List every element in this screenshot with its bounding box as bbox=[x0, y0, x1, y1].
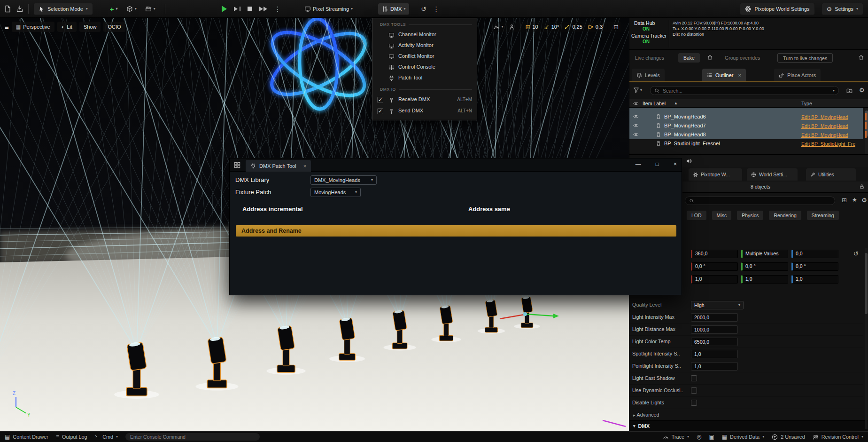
console-command-input[interactable] bbox=[125, 433, 260, 441]
new-folder-icon[interactable] bbox=[846, 87, 852, 94]
save-icon[interactable] bbox=[4, 5, 11, 13]
address-incremental-button[interactable]: Address incremental bbox=[242, 205, 303, 213]
outliner-settings-gear-icon[interactable]: ⚙ bbox=[859, 87, 865, 93]
tab-misc[interactable]: Misc bbox=[712, 211, 732, 220]
content-drawer-button[interactable]: ▤ Content Drawer bbox=[5, 434, 48, 440]
disable-lights-checkbox[interactable] bbox=[691, 400, 697, 406]
camera-speed-control[interactable]: 0,3 bbox=[588, 24, 603, 30]
trash-icon[interactable] bbox=[858, 55, 864, 61]
play-button[interactable] bbox=[222, 6, 227, 12]
tab-streaming[interactable]: Streaming bbox=[807, 211, 839, 220]
outliner-search-input[interactable] bbox=[663, 88, 830, 94]
cmd-dropdown[interactable]: >_ Cmd ▾ bbox=[94, 434, 118, 440]
advanced-expander[interactable]: ▸ Advanced bbox=[629, 409, 863, 421]
eye-icon[interactable] bbox=[633, 101, 639, 106]
scale-snap-toggle[interactable]: 0,25 bbox=[564, 24, 582, 30]
group-overrides-button[interactable]: Group overrides bbox=[725, 53, 760, 63]
tab-outliner[interactable]: Outliner × bbox=[702, 69, 746, 81]
table-row[interactable]: BP_MovingHead6 Edit BP_MovingHead bbox=[629, 112, 863, 121]
light-cast-shadow-checkbox[interactable] bbox=[691, 375, 697, 381]
maximize-icon[interactable]: □ bbox=[656, 161, 659, 167]
fixture-patch-dropdown[interactable]: MovingHeads▾ bbox=[310, 188, 361, 197]
dmx-section-header[interactable]: ▾ DMX bbox=[629, 420, 868, 431]
history-icon[interactable]: ↺ bbox=[421, 6, 426, 12]
menu-item-send-dmx[interactable]: Send DMX ALT+N bbox=[372, 106, 477, 117]
maximize-viewport-icon[interactable]: ⊡ bbox=[613, 24, 619, 30]
table-row[interactable]: BP_MovingHead7 Edit BP_MovingHead bbox=[629, 121, 863, 130]
receive-dmx-checkbox[interactable] bbox=[377, 97, 383, 103]
minimize-icon[interactable]: — bbox=[636, 161, 641, 167]
angle-x-field[interactable]: 0,0 ° bbox=[691, 262, 738, 271]
close-icon[interactable]: × bbox=[674, 161, 677, 167]
audio-icon[interactable] bbox=[686, 158, 692, 164]
lock-icon[interactable] bbox=[859, 184, 865, 189]
pixel-streaming-dropdown[interactable]: Pixel Streaming ▾ bbox=[304, 6, 353, 12]
output-log-button[interactable]: ≡ Output Log bbox=[56, 434, 87, 440]
edit-blueprint-link[interactable]: Edit BP_MovingHead bbox=[801, 114, 848, 120]
turn-to-live-changes-button[interactable]: Turn to live changes bbox=[777, 53, 833, 63]
eye-icon[interactable] bbox=[633, 114, 639, 119]
actor-snap-icon[interactable] bbox=[509, 24, 515, 30]
edit-blueprint-link[interactable]: Edit BP_MovingHead bbox=[801, 132, 848, 138]
pixotope-world-settings-button[interactable]: Pixotope World Settings bbox=[740, 3, 814, 15]
import-icon[interactable] bbox=[16, 5, 23, 13]
tab-pixotope-world[interactable]: Pixotope W... bbox=[689, 168, 742, 181]
scale-y-field[interactable]: 1,0 bbox=[741, 275, 788, 284]
derived-data-dropdown[interactable]: ▦ Derived Data ▾ bbox=[722, 434, 764, 440]
quality-level-dropdown[interactable]: High▾ bbox=[691, 301, 744, 309]
sort-asc-icon[interactable]: ▲ bbox=[674, 101, 678, 105]
use-dynamic-occlusion-checkbox[interactable] bbox=[691, 387, 697, 394]
console-variables-icon[interactable]: ▣ bbox=[709, 434, 714, 440]
lit-dropdown[interactable]: ◐ Lit bbox=[57, 22, 77, 32]
advance-button[interactable] bbox=[259, 7, 267, 11]
table-row[interactable]: BP_StudioLight_Fresnel Edit BP_StudioLig… bbox=[629, 139, 863, 148]
table-row-partial[interactable] bbox=[629, 108, 863, 112]
rotation-y-field[interactable]: Multiple Values bbox=[741, 250, 788, 258]
rotation-snap-toggle[interactable]: 10° bbox=[543, 24, 559, 30]
outliner-search[interactable]: ▾ bbox=[650, 86, 839, 95]
patch-tool-tab[interactable]: DMX Patch Tool × bbox=[246, 160, 311, 172]
favorites-star-icon[interactable]: ★ bbox=[852, 197, 857, 203]
eye-icon[interactable] bbox=[633, 132, 639, 137]
address-same-button[interactable]: Address same bbox=[468, 205, 510, 213]
tab-place-actors[interactable]: Place Actors bbox=[774, 69, 821, 81]
address-and-rename-button[interactable]: Address and Rename bbox=[236, 225, 676, 237]
table-row[interactable]: BP_MovingHead8 Edit BP_MovingHead bbox=[629, 130, 863, 139]
scrollbar-thumb[interactable] bbox=[865, 253, 868, 314]
edit-blueprint-link[interactable]: Edit BP_MovingHead bbox=[801, 123, 848, 129]
light-color-temp-field[interactable]: 6500,0 bbox=[691, 338, 738, 346]
stop-button[interactable] bbox=[248, 7, 252, 11]
menu-item-channel-monitor[interactable]: Channel Monitor bbox=[372, 30, 477, 40]
close-icon[interactable]: × bbox=[738, 72, 741, 78]
trash-icon[interactable] bbox=[707, 55, 713, 61]
dmx-library-dropdown[interactable]: DMX_MovingHeads▾ bbox=[310, 175, 377, 185]
viewport-menu-icon[interactable]: ≡ bbox=[5, 24, 9, 31]
light-distance-max-field[interactable]: 1000,0 bbox=[691, 325, 738, 334]
tab-rendering[interactable]: Rendering bbox=[769, 211, 801, 220]
rotation-x-field[interactable]: 360,0 bbox=[691, 250, 738, 258]
details-search[interactable] bbox=[685, 197, 835, 205]
eye-icon[interactable] bbox=[633, 123, 639, 128]
bake-button[interactable]: Bake bbox=[678, 53, 700, 63]
menu-item-patch-tool[interactable]: Patch Tool bbox=[372, 73, 477, 84]
angle-z-field[interactable]: 0,0 ° bbox=[791, 262, 838, 271]
outliner-filter-button[interactable]: ▾ bbox=[633, 87, 642, 93]
pointlight-intensity-field[interactable]: 1,0 bbox=[691, 362, 738, 371]
tab-levels[interactable]: Levels bbox=[632, 69, 665, 81]
scale-z-field[interactable]: 1,0 bbox=[791, 275, 838, 284]
view-mode-icon[interactable]: ▾ bbox=[494, 24, 504, 30]
cinematics-button[interactable]: ▾ bbox=[145, 6, 155, 12]
column-item-label[interactable]: Item Label bbox=[643, 101, 666, 106]
window-panes-icon[interactable] bbox=[234, 162, 240, 168]
blueprints-button[interactable]: ▾ bbox=[126, 6, 137, 12]
menu-item-activity-monitor[interactable]: Activity Monitor bbox=[372, 40, 477, 51]
tab-lod[interactable]: LOD bbox=[687, 211, 706, 220]
frame-skip-button[interactable] bbox=[234, 7, 240, 11]
angle-y-field[interactable]: 0,0 ° bbox=[741, 262, 788, 271]
perspective-dropdown[interactable]: ▦ Perspective bbox=[12, 22, 54, 32]
show-dropdown[interactable]: Show bbox=[79, 22, 101, 32]
column-type[interactable]: Type bbox=[801, 101, 812, 106]
settings-dropdown[interactable]: ⚙ Settings ▾ bbox=[822, 3, 863, 15]
send-dmx-checkbox[interactable] bbox=[377, 108, 383, 114]
details-search-input[interactable] bbox=[697, 198, 831, 204]
